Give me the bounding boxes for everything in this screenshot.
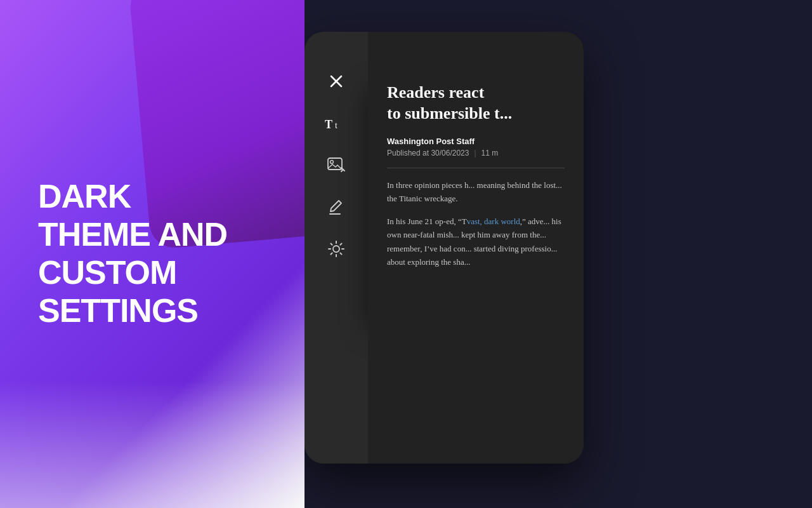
article-title: Readers reactto submersible t... [387, 83, 565, 124]
article-meta: Published at 30/06/2023 | 11 m [387, 149, 565, 157]
article-divider [387, 168, 565, 168]
svg-point-5 [331, 161, 334, 164]
left-panel: DARK THEME AND CUSTOM SETTINGS [0, 0, 304, 508]
svg-text:T: T [325, 118, 332, 131]
headline: DARK THEME AND CUSTOM SETTINGS [38, 178, 227, 330]
article-link[interactable]: vast, dark world [467, 217, 520, 226]
article-author: Washington Post Staff [387, 137, 565, 146]
brightness-icon[interactable] [325, 237, 348, 260]
font-size-icon[interactable]: T t [325, 112, 348, 135]
headline-line1: DARK [38, 178, 131, 215]
article-preview: Readers reactto submersible t... Washing… [368, 32, 584, 464]
close-icon[interactable] [325, 70, 348, 93]
svg-line-16 [340, 244, 341, 245]
svg-text:t: t [335, 121, 337, 130]
right-panel: T t [304, 0, 812, 508]
highlight-icon[interactable] [325, 196, 348, 218]
headline-line4: SETTINGS [38, 292, 198, 329]
device-screen: T t [304, 32, 584, 464]
image-edit-icon[interactable] [325, 154, 348, 177]
svg-line-14 [331, 244, 332, 245]
svg-point-9 [333, 246, 339, 252]
article-body: In three opinion pieces h... meaning beh… [387, 178, 565, 269]
svg-line-17 [331, 253, 332, 254]
headline-line3: CUSTOM [38, 254, 176, 291]
article-published: Published at 30/06/2023 [387, 149, 469, 157]
article-meta-separator: | [474, 149, 476, 157]
article-read-time: 11 m [481, 149, 499, 157]
headline-line2: THEME AND [38, 216, 227, 253]
svg-line-15 [340, 253, 341, 254]
device-sidebar: T t [304, 32, 368, 464]
hero-text: DARK THEME AND CUSTOM SETTINGS [38, 178, 227, 330]
device-frame: T t [304, 32, 584, 464]
